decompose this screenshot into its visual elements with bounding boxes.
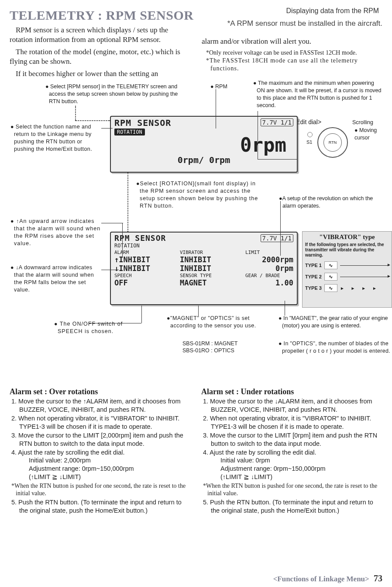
under-range: Adjustment range: 0rpm~150,000rpm <box>211 465 382 473</box>
diagram-area: ● Select [RPM sensor] in the TELEMETRY s… <box>10 83 382 385</box>
connector-line <box>216 89 216 129</box>
scrolling-label: Scrolling <box>352 119 373 126</box>
vib-row-1: TYPE 1∿ <box>305 261 389 269</box>
vib-row-3: TYPE 3∿► ► ► ► <box>305 284 389 292</box>
lcd2-up-limit: 2000rpm <box>245 255 293 264</box>
footer-menu: <Functions of Linkage Menu> <box>273 575 369 583</box>
lcd1-big-rpm: 0rpm <box>111 135 297 155</box>
over-initial: Initial value: 2,000rpm <box>19 456 191 465</box>
lcd2-v-speech: OFF <box>114 278 180 287</box>
callout-rpm-label: ● RPM <box>210 83 227 90</box>
callout-sbs1: SBS-01RM : MAGNET <box>182 340 237 347</box>
lcd2-h-stype: SENSOR TYPE <box>180 273 245 278</box>
intro-p3: If it becomes higher or lower than the s… <box>10 69 189 79</box>
callout-rotation: ●Select [ROTATION](small font display) i… <box>135 180 266 210</box>
under-step1: 1. Move the cursor to the ↓ALARM item, a… <box>201 397 382 414</box>
edit-dial-icon: RTN <box>317 127 348 158</box>
header-context: Displaying data from the RPM <box>286 7 379 15</box>
under-step2: 2. When not operating vibrator, it is "V… <box>201 414 382 431</box>
callout-magnet-gear: ● In "MAGNET", the gear ratio of your en… <box>278 315 390 330</box>
lcd2-v-stype: MAGNET <box>180 278 245 287</box>
over-star: *When the RTN button is pushed for one s… <box>10 482 191 497</box>
wave-icon: ∿ <box>324 284 337 292</box>
vib-row-2: TYPE 2∿ <box>305 273 389 281</box>
connector-line <box>122 223 123 258</box>
dotted-line <box>75 106 76 120</box>
lcd2-h-vib: VIBRATOR <box>180 250 245 255</box>
wave-arrows-icon: ► ► ► ► <box>340 286 389 291</box>
lcd1-rotation-tag: ROTATION <box>114 129 145 135</box>
over-step5: 5. Push the RTN button. (To terminate th… <box>10 498 191 515</box>
wave-line-icon <box>340 265 389 266</box>
col-over: Alarm set : Over rotations 1. Move the c… <box>10 387 191 515</box>
s1-label: S1 <box>306 139 312 146</box>
lcd2-rotation: ROTATION <box>111 243 297 249</box>
callout-setup-rev: ●A setup of the revolution on which the … <box>278 195 383 210</box>
lcd2-up-alarm: ↑INHIBIT <box>114 255 180 264</box>
footer: <Functions of Linkage Menu> 73 <box>273 573 382 584</box>
lcd1-battery: 7.7V 1/1 <box>261 118 293 126</box>
wave-icon: ∿ <box>324 273 337 281</box>
callout-up-arrow: ● ↑An upward arrow indicates that the al… <box>10 218 101 247</box>
callout-maxmin: ● The maximum and the minimum when power… <box>252 80 383 109</box>
under-cond: (↑LIMIT ≧ ↓LIMIT) <box>211 473 382 481</box>
intro-r1: alarm and/or vibration will alert you. <box>202 37 381 46</box>
over-cond: (↑LIMIT ≧ ↓LIMIT) <box>19 473 191 481</box>
connector-line <box>285 301 285 316</box>
connector-line <box>101 128 113 129</box>
callout-sbs2: SBS-01RO : OPTICS <box>182 347 234 354</box>
under-step5: 5. Push the RTN button. (To terminate th… <box>201 498 382 515</box>
lcd2-dn-alarm: ↓INHIBIT <box>114 264 180 273</box>
col-under: Alarm set : Under rotations 1. Move the … <box>201 387 382 515</box>
bottom-columns: Alarm set : Over rotations 1. Move the c… <box>10 387 382 515</box>
vib-sub: If the following types are selected, the… <box>305 242 389 258</box>
intro-left: RPM sensor is a screen which displays / … <box>10 25 189 81</box>
dotted-line <box>75 120 110 121</box>
lcd2-h-alarm: ALARM <box>114 250 180 255</box>
intro-columns: RPM sensor is a screen which displays / … <box>10 25 382 81</box>
over-step4: 4. Ajust the rate by scrolling the edit … <box>10 448 191 481</box>
dotted-line <box>127 173 128 232</box>
intro-p1: RPM sensor is a screen which displays / … <box>10 25 189 45</box>
over-title: Alarm set : Over rotations <box>10 387 191 396</box>
under-step3: 3. Move the cursor to the LIMIT [0rpm] i… <box>201 431 382 448</box>
moving-cursor-label: ● Moving cursor <box>354 127 382 142</box>
callout-magnet: ●"MAGNET" or "OPTICS" is set according t… <box>166 315 266 330</box>
intro-r3: *The FASSTest 18CH mode can use all the … <box>202 57 381 73</box>
lcd2-battery: 7.7V 1/1 <box>261 234 293 242</box>
intro-p2: The rotation of the model (engine, motor… <box>10 47 189 66</box>
connector-line <box>141 306 142 323</box>
connector-line <box>101 270 119 270</box>
over-step1: 1. Move the cursor to the ↑ALARM item, a… <box>10 397 191 414</box>
over-range: Adjustment range: 0rpm~150,000rpm <box>19 465 191 473</box>
under-star: *When the RTN button is pushed for one s… <box>201 482 382 497</box>
install-note: *A RPM sensor must be installed in the a… <box>227 19 382 28</box>
callout-dn-arrow: ● ↓A downward arrow indicates that the a… <box>10 264 101 294</box>
lcd2-h-speech: SPEECH <box>114 273 180 278</box>
wave-icon: ∿ <box>324 261 337 269</box>
under-step4: 4. Ajust the rate by scrolling the edit … <box>201 448 382 481</box>
lcd2-up-vib: INHIBIT <box>180 255 245 264</box>
connector-line <box>258 111 258 159</box>
lcd-screen-2: RPM SENSOR ROTATION 7.7V 1/1 ALARM VIBRA… <box>110 232 298 305</box>
lcd2-dn-vib: INHIBIT <box>180 264 245 273</box>
lcd2-h-limit: LIMIT <box>245 250 293 255</box>
connector-line <box>280 201 281 256</box>
connector-line <box>89 323 141 323</box>
under-title: Alarm set : Under rotations <box>201 387 382 396</box>
over-step3: 3. Move the cursor to the LIMIT [2,000rp… <box>10 431 191 448</box>
callout-optics-blade: ● In "OPTICS", the number of blades of t… <box>278 340 390 355</box>
connector-line <box>101 223 123 223</box>
lcd2-h-gear: GEAR / BRADE <box>245 273 293 278</box>
page-number: 73 <box>374 573 382 583</box>
s1-dot-icon <box>307 132 313 137</box>
callout-funcname: ● Select the function name and return to… <box>10 123 101 153</box>
under-initial: Initial value: 0rpm <box>211 456 382 465</box>
lcd2-v-gear: 1.00 <box>245 278 293 287</box>
callout-select-sensor: ● Select [RPM sensor] in the TELEMETRY s… <box>45 83 189 105</box>
vib-title: "VIBRATOR" type <box>305 233 389 241</box>
over-step2: 2. When not operating vibrator, it is "V… <box>10 414 191 431</box>
lcd2-dn-limit: 0rpm <box>245 264 293 273</box>
connector-line <box>258 159 298 160</box>
intro-r2: *Only receiver voltage can be used in FA… <box>202 49 381 57</box>
